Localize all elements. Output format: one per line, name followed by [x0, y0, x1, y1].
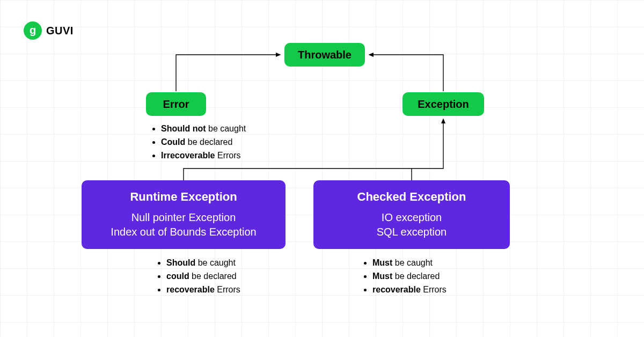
checked-bullet-2: Must be declared [372, 270, 447, 283]
runtime-bullet-1: Should be caught [166, 257, 240, 270]
logo: g GUVI [24, 21, 74, 40]
checked-title: Checked Exception [357, 190, 466, 204]
checked-bullets: Must be caught Must be declared recovera… [363, 257, 447, 296]
error-bullet-2: Could be declared [161, 136, 246, 149]
checked-bullet-1: Must be caught [372, 257, 447, 270]
error-bullet-1: Should not be caught [161, 122, 246, 136]
logo-text: GUVI [46, 25, 74, 37]
node-error-label: Error [163, 98, 189, 111]
node-exception-label: Exception [418, 98, 469, 111]
runtime-title: Runtime Exception [130, 190, 237, 204]
runtime-bullets: Should be caught could be declared recov… [157, 257, 240, 296]
node-exception: Exception [402, 92, 484, 116]
node-error: Error [146, 92, 206, 116]
error-bullets: Should not be caught Could be declared I… [151, 122, 246, 162]
runtime-bullet-3: recoverable Errors [166, 283, 240, 297]
logo-glyph: g [30, 25, 36, 35]
error-bullet-3: Irrecoverable Errors [161, 149, 246, 163]
runtime-example-2: Index out of Bounds Exception [111, 225, 256, 239]
node-throwable-label: Throwable [298, 49, 352, 61]
logo-icon: g [24, 21, 42, 40]
runtime-example-1: Null pointer Exception [131, 210, 236, 225]
node-runtime-exception: Runtime Exception Null pointer Exception… [82, 180, 286, 249]
checked-example-2: SQL exception [377, 225, 447, 239]
node-checked-exception: Checked Exception IO exception SQL excep… [313, 180, 510, 249]
checked-bullet-3: recoverable Errors [372, 283, 447, 297]
runtime-bullet-2: could be declared [166, 270, 240, 283]
checked-example-1: IO exception [382, 210, 442, 225]
node-throwable: Throwable [284, 43, 365, 67]
